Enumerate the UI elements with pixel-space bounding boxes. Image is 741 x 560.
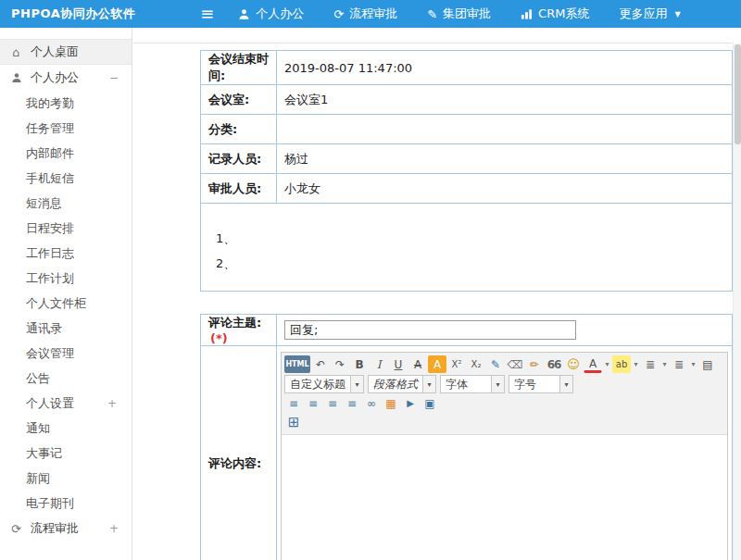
heading-select[interactable]: 自定义标题 ▾ bbox=[284, 375, 364, 393]
undo-button[interactable]: ↶ bbox=[311, 355, 330, 373]
nav-personal-office[interactable]: 个人办公 bbox=[238, 6, 304, 22]
media-button[interactable]: ▶ bbox=[401, 394, 420, 412]
comment-subject-input[interactable] bbox=[284, 320, 576, 340]
format-brush-button[interactable]: ✎ bbox=[486, 355, 505, 373]
sidebar-item-label: 新闻 bbox=[26, 470, 50, 487]
sidebar-item-desktop[interactable]: ⌂ 个人桌面 bbox=[0, 39, 132, 65]
field-value: 杨过 bbox=[277, 144, 733, 174]
align-justify-button[interactable]: ≡ bbox=[343, 394, 361, 412]
chevron-down-icon[interactable]: ▾ bbox=[422, 376, 435, 392]
sidebar-item-sms[interactable]: 手机短信 bbox=[0, 166, 132, 191]
vertical-scrollbar[interactable] bbox=[733, 44, 741, 560]
sidebar-item-label: 短消息 bbox=[26, 195, 62, 212]
meeting-content-line: 2、 bbox=[216, 251, 732, 276]
scrollbar-thumb[interactable] bbox=[735, 44, 741, 144]
align-center-button[interactable]: ≡ bbox=[304, 394, 322, 412]
underline-button[interactable]: U bbox=[389, 355, 408, 373]
save-button[interactable]: ▣ bbox=[421, 394, 439, 412]
field-label: 分类: bbox=[201, 115, 277, 144]
paste-button[interactable]: ▤ bbox=[698, 355, 717, 373]
align-left-button[interactable]: ≡ bbox=[284, 394, 303, 412]
pen-button[interactable]: ✏ bbox=[525, 355, 544, 373]
image-button[interactable]: ▦ bbox=[382, 394, 400, 412]
highlight-caret[interactable]: ▾ bbox=[632, 355, 640, 373]
collapse-icon[interactable]: − bbox=[109, 71, 132, 84]
link-button[interactable]: ∞ bbox=[362, 394, 381, 412]
sidebar-item-settings[interactable]: 个人设置 + bbox=[0, 391, 132, 416]
sidebar-item-attendance[interactable]: 我的考勤 bbox=[0, 91, 132, 116]
subscript-button[interactable]: X₂ bbox=[467, 355, 485, 373]
sidebar-item-journal[interactable]: 电子期刊 bbox=[0, 491, 132, 516]
editor-dropdowns: 自定义标题 ▾ 段落格式 ▾ 字体 ▾ bbox=[284, 375, 576, 393]
sidebar-item-meetings[interactable]: 会议管理 bbox=[0, 341, 132, 366]
nav-crm[interactable]: CRM系统 bbox=[521, 6, 589, 22]
ordered-list-button[interactable]: ≣ bbox=[641, 355, 659, 373]
editor-content-area[interactable] bbox=[282, 435, 727, 560]
align-right-button[interactable]: ≡ bbox=[323, 394, 342, 412]
sidebar-section-flow-approval[interactable]: ⟳ 流程审批 + bbox=[0, 516, 132, 541]
font-family-select[interactable]: 字体 ▾ bbox=[440, 375, 505, 393]
nav-more-apps[interactable]: 更多应用 ▼ bbox=[619, 6, 680, 22]
field-value bbox=[277, 115, 733, 144]
hamburger-menu-icon[interactable]: ≡ bbox=[200, 6, 214, 22]
sidebar-item-label: 公告 bbox=[26, 370, 50, 387]
nav-label: 更多应用 bbox=[619, 6, 667, 22]
superscript-button[interactable]: X² bbox=[447, 355, 466, 373]
chevron-down-icon[interactable]: ▾ bbox=[491, 376, 504, 392]
table-row: 审批人员: 小龙女 bbox=[201, 174, 733, 204]
app-title: PHPOA协同办公软件 bbox=[0, 6, 146, 22]
sidebar-section-personal-office[interactable]: 个人办公 − bbox=[0, 65, 132, 91]
field-label: 审批人员: bbox=[201, 174, 277, 204]
flow-approval-icon: ⟳ bbox=[9, 522, 23, 536]
sidebar-item-workplan[interactable]: 工作计划 bbox=[0, 266, 132, 291]
chevron-down-icon[interactable]: ▾ bbox=[350, 376, 363, 392]
table-button[interactable]: ⊞ bbox=[284, 414, 303, 431]
meeting-content-lines: 1、2、 bbox=[216, 226, 732, 276]
sidebar-item-tasks[interactable]: 任务管理 bbox=[0, 116, 132, 141]
blockquote-button[interactable]: 66 bbox=[545, 355, 563, 373]
meeting-detail-form: 会议结束时间: 2019-08-07 11:47:00 会议室: 会议室1 分类… bbox=[200, 50, 733, 560]
expand-icon[interactable]: + bbox=[107, 397, 132, 410]
sidebar-item-schedule[interactable]: 日程安排 bbox=[0, 216, 132, 241]
sidebar-item-label: 会议管理 bbox=[26, 345, 74, 362]
field-label: 评论主题: bbox=[208, 316, 261, 330]
unordered-list-caret[interactable]: ▾ bbox=[689, 355, 697, 373]
nav-flow-approval[interactable]: ⟳ 流程审批 bbox=[333, 6, 397, 22]
sidebar-item-events[interactable]: 大事记 bbox=[0, 441, 132, 466]
flow-approval-icon: ⟳ bbox=[333, 8, 344, 20]
sidebar-item-worklog[interactable]: 工作日志 bbox=[0, 241, 132, 266]
sidebar-item-messages[interactable]: 短消息 bbox=[0, 191, 132, 216]
bold-button[interactable]: B bbox=[350, 355, 369, 373]
sidebar-item-filecabinet[interactable]: 个人文件柜 bbox=[0, 291, 132, 316]
font-bg-button[interactable]: A bbox=[428, 355, 446, 373]
sidebar-item-contacts[interactable]: 通讯录 bbox=[0, 316, 132, 341]
font-color-button[interactable]: A bbox=[584, 356, 602, 373]
sidebar-item-announce[interactable]: 公告 bbox=[0, 366, 132, 391]
font-size-select[interactable]: 字号 ▾ bbox=[509, 375, 573, 393]
sidebar-item-label: 任务管理 bbox=[26, 120, 74, 137]
comment-subject-label: 评论主题:(*) bbox=[201, 315, 277, 346]
sidebar-item-notice[interactable]: 通知 bbox=[0, 416, 132, 441]
html-source-button[interactable]: HTML bbox=[284, 355, 310, 373]
eraser-button[interactable]: ⌫ bbox=[506, 355, 524, 373]
select-value: 自定义标题 bbox=[285, 377, 350, 392]
redo-button[interactable]: ↷ bbox=[331, 355, 349, 373]
emoticon-button[interactable]: ☺ bbox=[564, 355, 583, 373]
font-color-caret[interactable]: ▾ bbox=[603, 355, 611, 373]
unordered-list-button[interactable]: ≣ bbox=[670, 355, 688, 373]
content-divider bbox=[133, 43, 733, 44]
nav-label: 集团审批 bbox=[443, 6, 491, 22]
strikethrough-button[interactable]: A bbox=[408, 355, 427, 373]
ordered-list-caret[interactable]: ▾ bbox=[660, 355, 669, 373]
paragraph-select[interactable]: 段落格式 ▾ bbox=[368, 375, 436, 393]
expand-icon[interactable]: + bbox=[109, 522, 132, 535]
comment-form-table: 评论主题:(*) 评论内容: HTML↶↷BIUAAX²X₂✎⌫✏ bbox=[200, 314, 733, 560]
select-value: 段落格式 bbox=[369, 377, 422, 392]
italic-button[interactable]: I bbox=[370, 355, 388, 373]
chevron-down-icon[interactable]: ▾ bbox=[559, 376, 572, 392]
highlight-button[interactable]: ab bbox=[612, 355, 631, 373]
sidebar-item-mail[interactable]: 内部邮件 bbox=[0, 141, 132, 166]
sidebar-section-label: 流程审批 bbox=[31, 520, 79, 537]
nav-group-approval[interactable]: ✎ 集团审批 bbox=[427, 6, 491, 22]
sidebar-item-news[interactable]: 新闻 bbox=[0, 466, 132, 491]
